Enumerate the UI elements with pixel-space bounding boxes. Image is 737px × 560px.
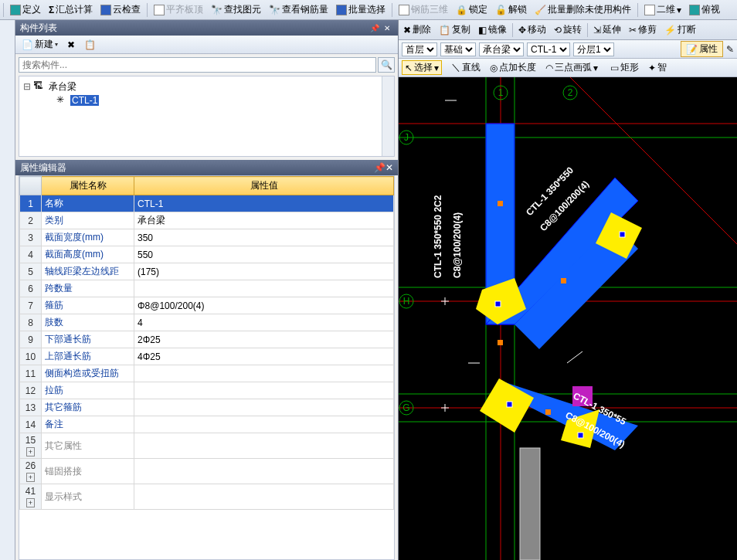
type-select[interactable]: 承台梁 <box>479 42 524 56</box>
pin-icon[interactable]: 📌 <box>368 22 381 34</box>
prop-name: 箍筋 <box>42 297 134 314</box>
property-row[interactable]: 9 下部通长筋 2Φ25 <box>20 331 394 348</box>
category-select[interactable]: 基础 <box>440 42 476 56</box>
prop-value[interactable]: 2Φ25 <box>134 331 394 348</box>
batch-select-button[interactable]: 批量选择 <box>333 2 389 18</box>
prop-value[interactable]: Φ8@100/200(4) <box>134 297 394 314</box>
rect-tool[interactable]: ▭矩形 <box>607 60 642 75</box>
property-row[interactable]: 13 其它箍筋 <box>20 399 394 416</box>
property-row[interactable]: 2 类别 承台梁 <box>20 212 394 229</box>
flat-board-button[interactable]: 平齐板顶 <box>151 2 206 18</box>
property-row[interactable]: 3 截面宽度(mm) 350 <box>20 229 394 246</box>
prop-name: 其它箍筋 <box>42 399 134 416</box>
define-button[interactable]: 定义 <box>7 2 44 18</box>
delete-button[interactable]: ✖删除 <box>400 22 434 38</box>
move-button[interactable]: ✥移动 <box>515 22 549 38</box>
extend-button[interactable]: ⇲延伸 <box>590 22 624 38</box>
prop-value[interactable] <box>134 382 394 399</box>
property-group-row[interactable]: 26 + 锚固搭接 <box>20 459 394 484</box>
view-persp-button[interactable]: 俯视 <box>686 2 723 18</box>
break-button[interactable]: ⚡打断 <box>661 22 699 38</box>
property-row[interactable]: 6 跨数量 <box>20 280 394 297</box>
pen-icon-button[interactable]: ✎ <box>726 44 734 55</box>
select-tool[interactable]: ↖选择▾ <box>402 60 442 75</box>
prop-row-num: 9 <box>20 331 42 348</box>
tree-child[interactable]: ✳ CTL-1 <box>22 93 391 107</box>
prop-value[interactable]: 350 <box>134 229 394 246</box>
cloud-check-button[interactable]: 云检查 <box>97 2 144 18</box>
close-icon[interactable]: ✕ <box>381 22 393 34</box>
prop-value[interactable]: 承台梁 <box>134 212 394 229</box>
property-row[interactable]: 7 箍筋 Φ8@100/200(4) <box>20 297 394 314</box>
prop-value[interactable]: 4 <box>134 314 394 331</box>
property-group-row[interactable]: 15 + 其它属性 <box>20 433 394 459</box>
tree-root[interactable]: ⊟ 🏗 承台梁 <box>22 80 391 93</box>
tree-scrollbar[interactable] <box>382 76 394 156</box>
find-elem-button[interactable]: 🔭查找图元 <box>208 2 264 18</box>
prop-row-num: 7 <box>20 297 42 314</box>
line-tool[interactable]: ＼直线 <box>448 60 484 75</box>
prop-value[interactable] <box>134 416 394 433</box>
prop-name: 轴线距梁左边线距 <box>42 263 134 280</box>
property-row[interactable]: 8 肢数 4 <box>20 314 394 331</box>
prop-group-name: 显示样式 <box>42 484 134 510</box>
mirror-button[interactable]: ◧镜像 <box>475 22 510 38</box>
prop-value[interactable] <box>134 365 394 382</box>
svg-text:CTL-1 350*550 2C2: CTL-1 350*550 2C2 <box>433 195 443 278</box>
prop-value[interactable]: CTL-1 <box>134 195 394 212</box>
trim-button[interactable]: ✂修剪 <box>626 22 660 38</box>
prop-row-num: 10 <box>20 348 42 365</box>
view-2d-button[interactable]: 二维▾ <box>641 2 684 18</box>
unlock-button[interactable]: 🔓解锁 <box>492 2 530 18</box>
delete-icon-button[interactable]: ✖ <box>64 39 78 51</box>
floor-select[interactable]: 首层 <box>402 42 437 56</box>
break-icon: ⚡ <box>664 25 676 36</box>
lock-button[interactable]: 🔒锁定 <box>453 2 491 18</box>
pin-icon[interactable]: 📌 <box>374 162 385 173</box>
broom-icon: 🧹 <box>535 5 546 15</box>
item-select[interactable]: CTL-1 <box>527 42 570 56</box>
svg-rect-32 <box>561 278 566 283</box>
search-go-button[interactable]: 🔍 <box>378 57 395 73</box>
property-row[interactable]: 14 备注 <box>20 416 394 433</box>
component-toolbar: 📄新建▾ ✖ 📋 <box>15 36 398 54</box>
draw-tool-row: ↖选择▾ ＼直线 ◎点加长度 ◠三点画弧▾ ▭矩形 ✦智 <box>399 59 737 77</box>
property-row[interactable]: 4 截面高度(mm) 550 <box>20 246 394 263</box>
component-tree[interactable]: ⊟ 🏗 承台梁 ✳ CTL-1 <box>19 76 395 157</box>
rotate-button[interactable]: ⟲旋转 <box>551 22 585 38</box>
layer-select[interactable]: 分层1 <box>573 42 614 56</box>
property-button[interactable]: 📝属性 <box>681 41 723 57</box>
property-grid[interactable]: 属性名称 属性值 1 名称 CTL-12 类别 承台梁3 截面宽度(mm) 35… <box>19 175 395 560</box>
arc3-tool[interactable]: ◠三点画弧▾ <box>542 60 601 75</box>
svg-rect-36 <box>507 402 512 407</box>
property-row[interactable]: 10 上部通长筋 4Φ25 <box>20 348 394 365</box>
prop-value[interactable]: 550 <box>134 246 394 263</box>
search-input[interactable] <box>19 57 376 73</box>
smart-tool[interactable]: ✦智 <box>645 60 670 75</box>
prop-value[interactable] <box>134 399 394 416</box>
prop-value[interactable] <box>134 280 394 297</box>
rebar-3d-button[interactable]: 钢筋三维 <box>396 2 451 18</box>
move-icon: ✥ <box>518 25 526 36</box>
view-rebar-button[interactable]: 🔭查看钢筋量 <box>266 2 331 18</box>
top-toolbar: 定义 Σ汇总计算 云检查 平齐板顶 🔭查找图元 🔭查看钢筋量 批量选择 钢筋三维… <box>0 0 737 20</box>
property-row[interactable]: 5 轴线距梁左边线距 (175) <box>20 263 394 280</box>
point-length-tool[interactable]: ◎点加长度 <box>487 60 539 75</box>
batch-del-button[interactable]: 🧹批量删除未使用构件 <box>532 2 634 18</box>
copy-button[interactable]: 📋复制 <box>436 22 474 38</box>
sum-calc-button[interactable]: Σ汇总计算 <box>46 2 96 18</box>
property-row[interactable]: 1 名称 CTL-1 <box>20 195 394 212</box>
prop-group-name: 其它属性 <box>42 433 134 459</box>
drawing-canvas[interactable]: J H G 1 2 <box>399 77 737 560</box>
copy-icon: 📋 <box>439 25 450 36</box>
prop-row-num: 2 <box>20 212 42 229</box>
property-row[interactable]: 12 拉筋 <box>20 382 394 399</box>
copy-icon-button[interactable]: 📋 <box>81 39 99 51</box>
new-button[interactable]: 📄新建▾ <box>19 37 61 52</box>
tree-collapse-icon[interactable]: ⊟ <box>22 81 32 92</box>
prop-value[interactable]: (175) <box>134 263 394 280</box>
prop-value[interactable]: 4Φ25 <box>134 348 394 365</box>
property-group-row[interactable]: 41 + 显示样式 <box>20 484 394 510</box>
property-row[interactable]: 11 侧面构造或受扭筋 <box>20 365 394 382</box>
close-icon[interactable]: ✕ <box>385 162 393 173</box>
